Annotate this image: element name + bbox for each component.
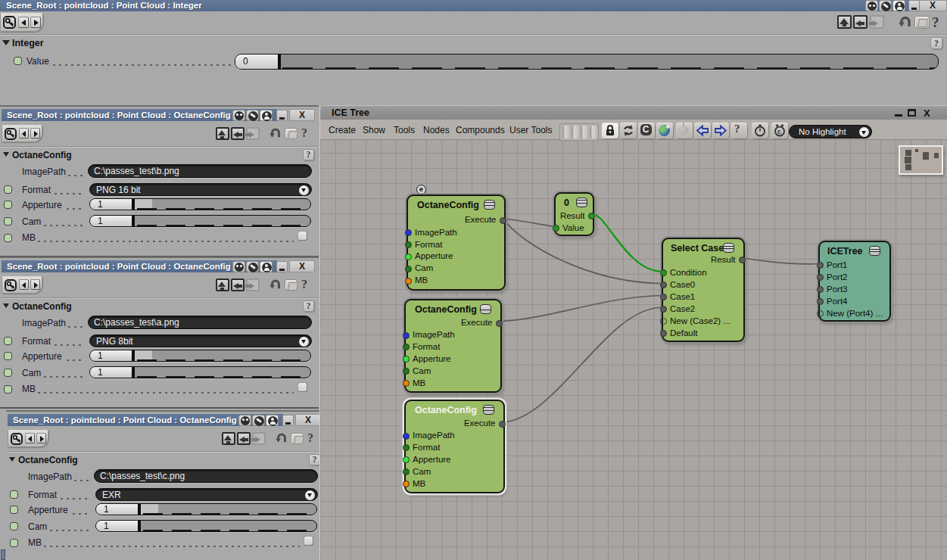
svg-text:c: c (777, 128, 781, 135)
